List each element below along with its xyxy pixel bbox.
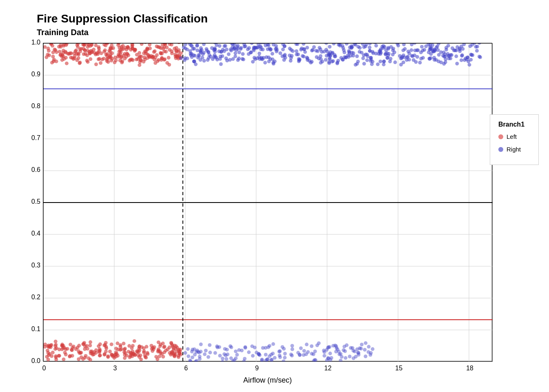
svg-point-866	[382, 60, 386, 63]
svg-point-1114	[278, 355, 282, 359]
svg-point-892	[369, 56, 373, 60]
svg-point-170	[89, 57, 92, 61]
svg-point-668	[219, 62, 223, 66]
svg-point-260	[103, 50, 106, 53]
svg-point-429	[123, 347, 127, 350]
svg-point-1104	[277, 350, 281, 353]
svg-point-157	[106, 60, 110, 64]
svg-point-985	[199, 51, 203, 54]
svg-point-972	[452, 49, 456, 52]
svg-point-254	[46, 47, 50, 50]
svg-point-294	[72, 51, 76, 55]
svg-point-1144	[302, 349, 306, 353]
svg-point-514	[161, 341, 165, 345]
svg-point-733	[237, 57, 241, 60]
svg-point-776	[379, 60, 382, 63]
svg-point-910	[444, 46, 448, 49]
svg-point-1153	[328, 352, 332, 355]
legend-item-left: Left	[498, 133, 530, 140]
svg-point-1036	[271, 352, 274, 355]
svg-point-907	[295, 53, 299, 56]
svg-point-750	[310, 49, 314, 52]
svg-point-1133	[283, 356, 287, 359]
svg-point-993	[393, 51, 396, 54]
svg-point-482	[98, 343, 102, 346]
svg-point-492	[139, 357, 143, 361]
svg-point-1013	[268, 344, 271, 347]
svg-point-884	[189, 44, 193, 47]
svg-point-500	[116, 341, 119, 345]
svg-point-1128	[198, 357, 202, 361]
y-axis-label: 0.6	[20, 166, 40, 174]
svg-point-1123	[369, 351, 373, 355]
svg-point-473	[68, 354, 71, 358]
svg-point-1024	[364, 354, 367, 358]
svg-point-221	[149, 54, 153, 58]
x-axis-label: 6	[180, 365, 192, 372]
svg-point-720	[403, 47, 407, 51]
svg-point-1130	[183, 351, 187, 355]
svg-point-610	[302, 43, 306, 46]
svg-point-176	[77, 56, 80, 60]
svg-point-279	[133, 48, 137, 51]
svg-point-778	[369, 59, 373, 63]
svg-point-1156	[348, 355, 352, 359]
y-axis-label: 1.0	[20, 39, 40, 46]
svg-point-329	[103, 353, 106, 356]
svg-point-908	[268, 57, 272, 61]
x-axis-label: 12	[322, 365, 334, 372]
svg-point-1116	[264, 346, 268, 350]
svg-point-955	[219, 50, 223, 53]
svg-point-247	[121, 44, 125, 47]
svg-point-293	[85, 59, 89, 62]
svg-point-1099	[371, 347, 375, 351]
svg-point-927	[345, 43, 348, 46]
svg-point-858	[435, 45, 439, 48]
svg-point-464	[78, 351, 82, 355]
svg-point-827	[475, 49, 479, 53]
y-axis-label: 0.7	[20, 134, 40, 142]
svg-point-925	[247, 46, 251, 50]
svg-point-977	[379, 51, 383, 55]
svg-point-919	[319, 54, 322, 58]
svg-point-1052	[247, 350, 251, 354]
svg-point-904	[215, 43, 219, 47]
svg-point-242	[138, 51, 141, 55]
svg-point-517	[70, 348, 74, 352]
svg-point-299	[160, 57, 164, 60]
svg-point-957	[387, 52, 391, 56]
svg-point-847	[469, 53, 473, 56]
svg-point-593	[270, 52, 274, 56]
svg-point-476	[108, 350, 112, 353]
svg-point-1161	[326, 346, 330, 350]
svg-point-131	[167, 56, 170, 60]
svg-point-1157	[204, 349, 208, 352]
svg-point-502	[63, 351, 67, 354]
svg-point-296	[94, 44, 98, 47]
svg-point-936	[241, 57, 244, 61]
svg-point-277	[175, 54, 179, 58]
svg-point-854	[374, 44, 378, 47]
svg-point-506	[116, 347, 120, 351]
svg-point-447	[127, 350, 130, 354]
svg-point-179	[170, 49, 174, 53]
svg-point-262	[109, 59, 113, 62]
svg-point-1149	[350, 346, 354, 350]
svg-point-290	[109, 47, 113, 50]
svg-point-106	[140, 43, 143, 46]
svg-point-480	[170, 341, 173, 345]
svg-point-481	[132, 352, 136, 356]
svg-point-1031	[221, 356, 224, 360]
svg-point-253	[161, 47, 165, 51]
svg-point-781	[265, 55, 268, 59]
svg-point-883	[405, 58, 408, 62]
svg-point-1010	[360, 343, 364, 346]
svg-point-1054	[264, 353, 268, 356]
svg-point-774	[358, 46, 362, 50]
svg-point-605	[237, 51, 241, 54]
svg-point-711	[463, 58, 466, 62]
svg-point-495	[46, 351, 50, 355]
svg-point-895	[402, 53, 405, 57]
svg-point-964	[469, 58, 473, 62]
svg-point-945	[441, 53, 445, 57]
